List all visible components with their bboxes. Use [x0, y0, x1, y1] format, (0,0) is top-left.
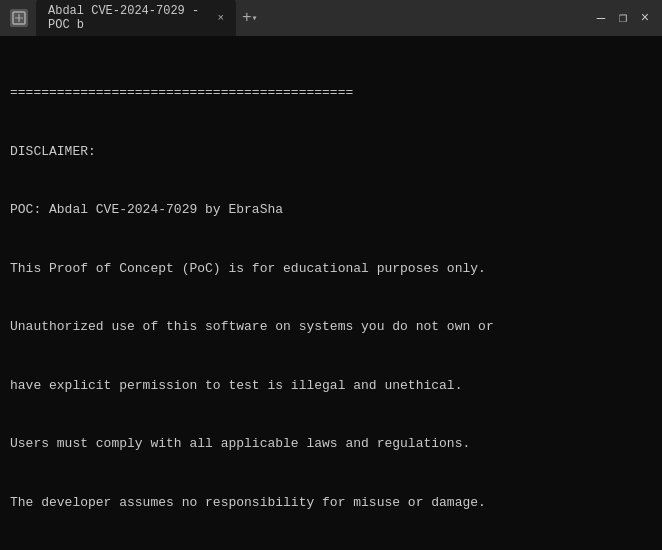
minimize-button[interactable]: —: [594, 11, 608, 25]
terminal-line-1: DISCLAIMER:: [10, 142, 652, 162]
terminal-line-6: Users must comply with all applicable la…: [10, 434, 652, 454]
terminal-line-5: have explicit permission to test is ille…: [10, 376, 652, 396]
tab-title: Abdal CVE-2024-7029 - POC b: [48, 4, 209, 32]
app-icon: [10, 9, 28, 27]
tab-dropdown-button[interactable]: ▾: [252, 12, 258, 24]
window: Abdal CVE-2024-7029 - POC b × + ▾ — ❐ × …: [0, 0, 662, 550]
new-tab-button[interactable]: +: [242, 9, 252, 27]
terminal-line-0: ========================================…: [10, 83, 652, 103]
maximize-button[interactable]: ❐: [616, 11, 630, 25]
terminal-line-4: Unauthorized use of this software on sys…: [10, 317, 652, 337]
terminal-line-2: POC: Abdal CVE-2024-7029 by EbraSha: [10, 200, 652, 220]
terminal-body[interactable]: ========================================…: [0, 36, 662, 550]
tab-close-button[interactable]: ×: [217, 12, 224, 24]
close-button[interactable]: ×: [638, 11, 652, 25]
tab-area: Abdal CVE-2024-7029 - POC b × + ▾: [36, 0, 594, 38]
window-controls: — ❐ ×: [594, 11, 652, 25]
terminal-line-7: The developer assumes no responsibility …: [10, 493, 652, 513]
terminal-line-3: This Proof of Concept (PoC) is for educa…: [10, 259, 652, 279]
active-tab[interactable]: Abdal CVE-2024-7029 - POC b ×: [36, 0, 236, 38]
titlebar: Abdal CVE-2024-7029 - POC b × + ▾ — ❐ ×: [0, 0, 662, 36]
